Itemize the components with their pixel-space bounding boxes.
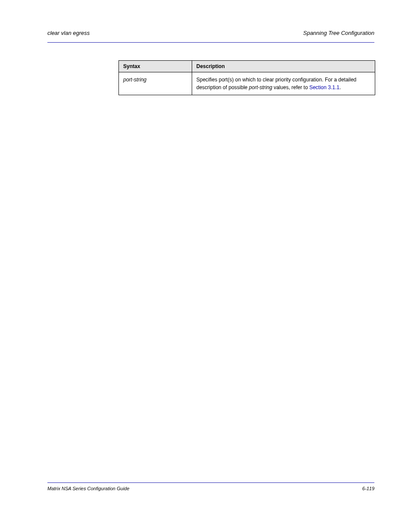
cell-syntax: port-string bbox=[123, 77, 146, 83]
footer-rule bbox=[47, 482, 374, 483]
parameter-table: Syntax Description port-string Specifies… bbox=[118, 60, 375, 95]
header-rule bbox=[47, 42, 374, 43]
col-header-description: Description bbox=[192, 61, 375, 72]
section-ref-link[interactable]: Section 3.1.1 bbox=[309, 84, 339, 90]
footer-right: 6-119 bbox=[362, 486, 374, 491]
table-header-row: Syntax Description bbox=[119, 61, 375, 72]
table-row: port-string Specifies port(s) on which t… bbox=[119, 72, 375, 95]
col-header-syntax: Syntax bbox=[119, 61, 192, 72]
header-right: Spanning Tree Configuration bbox=[303, 30, 374, 36]
header-left: clear vlan egress bbox=[47, 30, 90, 36]
footer-left: Matrix NSA Series Configuration Guide bbox=[47, 486, 129, 491]
cell-description: Specifies port(s) on which to clear prio… bbox=[192, 72, 375, 95]
